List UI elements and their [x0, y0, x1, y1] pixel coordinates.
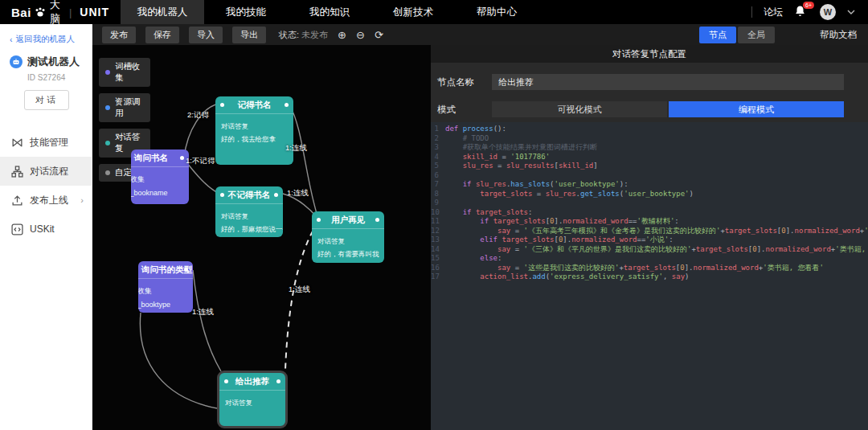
node-title-text: 不记得书名: [228, 190, 271, 201]
node-body: 对话答复好的，那麻烦您说一—: [215, 204, 283, 237]
port-dot[interactable]: [220, 103, 224, 107]
port-dot[interactable]: [317, 218, 321, 222]
node-body: 对话答复好的，我去给您拿: [215, 114, 293, 151]
code-line: 5 slu_res = slu_results[skill_id]: [431, 162, 868, 171]
toolbar-right: 节点 全局 帮助文档: [699, 27, 868, 43]
upload-icon: [11, 195, 23, 207]
code-line: 9: [431, 199, 868, 208]
logo-divider: |: [69, 6, 72, 18]
edge-remember-bye: [289, 104, 317, 216]
sidebar-item-label: 对话流程: [30, 165, 68, 178]
skill-icon: [11, 137, 23, 149]
scope-node-button[interactable]: 节点: [699, 27, 736, 43]
tab-innovation[interactable]: 创新技术: [371, 0, 455, 24]
robot-avatar-icon: [10, 55, 23, 68]
node-name-row: 节点名称: [431, 74, 868, 90]
bot-identity: 测试机器人: [0, 45, 92, 69]
zoom-in-icon[interactable]: ⊕: [338, 30, 346, 40]
node-title-text: 询问书名: [134, 153, 168, 164]
code-line: 6: [431, 171, 868, 181]
tab-my-skills[interactable]: 我的技能: [204, 0, 288, 24]
palette-resource-call[interactable]: 资源调用: [99, 93, 150, 122]
dialog-test-button[interactable]: 对话: [24, 90, 69, 110]
port-dot[interactable]: [276, 379, 280, 383]
port-dot[interactable]: [180, 156, 184, 160]
edge-label-line-4: 1:连线: [289, 285, 310, 295]
node-name-label: 节点名称: [431, 76, 492, 88]
export-button[interactable]: 导出: [232, 27, 266, 43]
port-dot[interactable]: [224, 379, 228, 383]
code-line: 16 say = '这些是我们这卖的比较好的'+target_slots[0].…: [431, 264, 868, 273]
code-line: 12 say = '《五年高考三年模拟》和《金考卷》是我们这卖的比较好的'+ta…: [431, 227, 868, 236]
tab-help-center[interactable]: 帮助中心: [455, 0, 538, 24]
tab-my-robots[interactable]: 我的机器人: [121, 0, 204, 24]
chevron-down-icon[interactable]: [847, 10, 855, 14]
edge-label-line-1: 1:连线: [285, 143, 307, 154]
refresh-icon[interactable]: ⟳: [375, 30, 383, 40]
uskit-icon: [11, 223, 23, 235]
publish-button[interactable]: 发布: [102, 27, 136, 43]
node-ask-bookname[interactable]: 询问书名 词槽收集user_bookname: [131, 149, 189, 204]
resource-call-dot-icon: [105, 105, 110, 110]
scope-toggle: 节点 全局: [699, 27, 775, 43]
code-line: 13 elif target_slots[0].normalized_word=…: [431, 235, 868, 245]
notification-bell[interactable]: 6+: [794, 5, 809, 19]
port-dot[interactable]: [274, 193, 278, 197]
edge-type-recommend-2: [140, 313, 217, 408]
flow-canvas[interactable]: 词槽收集 资源调用 对话答复 自定义 记得书名 对话答复好的，我去给您拿 询问书…: [92, 45, 431, 430]
port-dot[interactable]: [184, 268, 188, 272]
visual-mode-button[interactable]: 可视化模式: [492, 101, 667, 117]
import-button[interactable]: 导入: [189, 27, 223, 43]
zoom-out-icon[interactable]: ⊖: [356, 30, 365, 40]
node-title: 记得书名: [215, 96, 293, 114]
programming-mode-button[interactable]: 编程模式: [669, 101, 844, 117]
palette-label: 词槽收集: [115, 61, 142, 84]
sidebar-item-label: 发布上线: [30, 194, 68, 207]
code-line: 15 else:: [431, 254, 868, 264]
mode-row: 模式 可视化模式 编程模式: [431, 101, 868, 117]
help-doc-link[interactable]: 帮助文档: [820, 29, 857, 41]
port-dot[interactable]: [375, 218, 379, 222]
code-line: 7 if slu_res.has_slots('user_booktype'):: [431, 180, 868, 190]
node-remember-bookname[interactable]: 记得书名 对话答复好的，我去给您拿: [215, 96, 293, 165]
brand-logo[interactable]: Bai 大脑 | UNIT: [0, 0, 121, 27]
sidebar-item-skill-management[interactable]: 技能管理: [0, 128, 92, 157]
forum-link[interactable]: 论坛: [764, 6, 783, 19]
palette-slot-collect[interactable]: 词槽收集: [99, 58, 150, 87]
node-name-input[interactable]: [492, 74, 844, 90]
tab-my-knowledge[interactable]: 我的知识: [288, 0, 371, 24]
nav-right-group: 论坛 6+ W: [751, 4, 868, 20]
panel-title: 对话答复节点配置: [431, 45, 868, 63]
node-forget-bookname[interactable]: 不记得书名 对话答复好的，那麻烦您说一—: [215, 186, 283, 237]
code-editor[interactable]: 1def process():2 # TODO3 #获取单个技能结果并对意图词槽…: [431, 122, 868, 430]
user-avatar[interactable]: W: [820, 4, 836, 20]
primary-nav-tabs: 我的机器人 我的技能 我的知识 创新技术 帮助中心: [121, 0, 538, 24]
node-body: 对话答复: [219, 391, 285, 415]
node-user-goodbye[interactable]: 用户再见 对话答复好的，有需要再叫我: [312, 211, 384, 263]
edge-label-remember: 2:记得: [187, 110, 209, 121]
nav-divider: [751, 6, 752, 18]
node-title-text: 记得书名: [238, 100, 272, 111]
scope-global-button[interactable]: 全局: [738, 27, 775, 43]
sidebar-item-dialog-flow[interactable]: 对话流程: [0, 157, 92, 186]
sidebar-item-label: 技能管理: [30, 136, 68, 149]
node-title-text: 用户再见: [331, 215, 365, 226]
code-line: 3 #获取单个技能结果并对意图词槽进行判断: [431, 143, 868, 153]
back-to-robots-link[interactable]: ‹ 返回我的机器人: [0, 24, 92, 45]
edge-label-not-remember: 1:不记得: [186, 156, 215, 166]
node-give-recommendation[interactable]: 给出推荐 对话答复: [217, 371, 288, 428]
port-dot[interactable]: [285, 103, 289, 107]
sidebar-item-publish[interactable]: 发布上线 ›: [0, 186, 92, 215]
code-line: 17 action_list.add('express_delivery_sat…: [431, 272, 868, 282]
brain-logo-text: 大脑: [50, 0, 61, 27]
sidebar-item-uskit[interactable]: USKit: [0, 215, 92, 244]
status-text: 状态:未发布: [279, 29, 328, 41]
node-ask-booktype[interactable]: 询问书的类型 词槽收集user_booktype: [138, 261, 193, 313]
mode-toggle: 可视化模式 编程模式: [492, 101, 844, 117]
save-button[interactable]: 保存: [145, 27, 179, 43]
code-line: 14 say = '《三体》和《平凡的世界》是我们这卖的比较好的'+target…: [431, 245, 868, 255]
node-body: 词槽收集user_bookname: [131, 167, 189, 204]
status-label: 状态:: [279, 30, 299, 39]
edge-label-line-2: 1:连线: [287, 188, 309, 199]
port-dot[interactable]: [220, 193, 224, 197]
